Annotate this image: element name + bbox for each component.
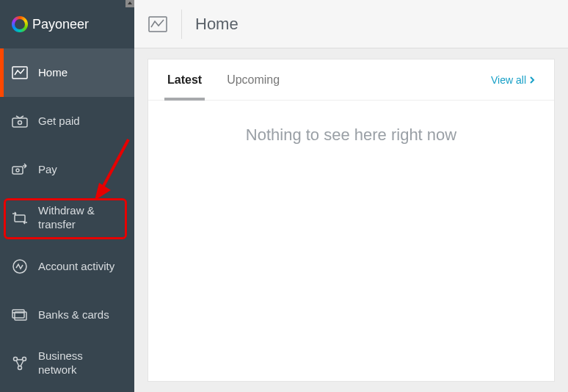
svg-point-2 <box>18 121 22 125</box>
sidebar: Payoneer Home Get paid Pay Withdraw & tr <box>0 0 134 392</box>
logo-ring-icon <box>12 16 28 32</box>
sidebar-item-label: Pay <box>38 163 57 177</box>
brand-logo: Payoneer <box>0 0 134 48</box>
tab-label: Latest <box>167 73 202 87</box>
topbar: Home <box>134 0 568 48</box>
sidebar-item-home[interactable]: Home <box>0 48 134 97</box>
transfer-icon <box>12 210 28 226</box>
sidebar-item-label: Home <box>38 66 68 80</box>
tab-latest[interactable]: Latest <box>167 59 202 100</box>
tab-upcoming[interactable]: Upcoming <box>227 59 280 100</box>
svg-point-11 <box>23 357 26 361</box>
pay-arrow-icon <box>12 161 28 178</box>
sidebar-item-label: Withdraw & transfer <box>38 204 123 232</box>
page-title: Home <box>195 15 239 34</box>
divider <box>181 10 182 39</box>
activity-card: Latest Upcoming View all Nothing to see … <box>148 59 555 382</box>
sidebar-item-label: Banks & cards <box>38 308 109 322</box>
view-all-link[interactable]: View all <box>491 74 535 86</box>
network-icon <box>12 355 28 371</box>
svg-point-12 <box>18 366 22 370</box>
svg-point-4 <box>16 169 19 172</box>
sidebar-item-banks-cards[interactable]: Banks & cards <box>0 291 134 339</box>
main-area: Home Latest Upcoming View all <box>134 0 568 392</box>
chevron-right-icon <box>529 76 535 84</box>
sidebar-item-pay[interactable]: Pay <box>0 145 134 194</box>
svg-rect-3 <box>12 167 23 174</box>
sidebar-item-label: Account activity <box>38 260 114 274</box>
sidebar-item-withdraw-transfer[interactable]: Withdraw & transfer <box>0 194 134 242</box>
sidebar-item-account-activity[interactable]: Account activity <box>0 242 134 291</box>
chart-icon <box>148 14 168 35</box>
content: Latest Upcoming View all Nothing to see … <box>134 48 568 392</box>
tab-label: Upcoming <box>227 73 280 87</box>
tabs: Latest Upcoming View all <box>148 59 554 101</box>
svg-rect-5 <box>15 215 25 222</box>
svg-rect-1 <box>12 118 27 127</box>
sidebar-item-label: Get paid <box>38 115 80 128</box>
cards-icon <box>12 307 28 323</box>
empty-state-message: Nothing to see here right now <box>148 101 554 145</box>
sidebar-item-get-paid[interactable]: Get paid <box>0 97 134 145</box>
inbox-money-icon <box>12 113 28 129</box>
scroll-up-icon[interactable] <box>125 0 134 7</box>
activity-icon <box>12 258 28 275</box>
svg-point-10 <box>14 357 18 361</box>
sidebar-item-business-network[interactable]: Business network <box>0 339 134 388</box>
chart-icon <box>12 65 28 81</box>
sidebar-item-label: Business network <box>38 349 123 377</box>
view-all-label: View all <box>491 74 526 86</box>
brand-name: Payoneer <box>32 17 89 32</box>
